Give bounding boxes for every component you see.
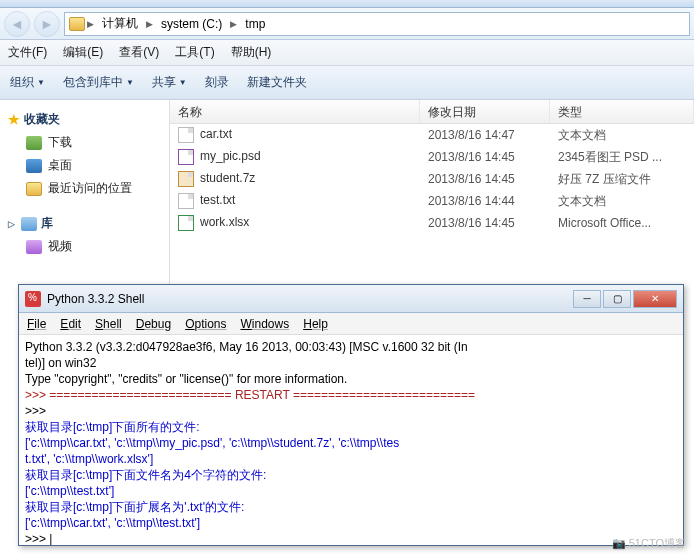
sidebar-item-desktop[interactable]: 桌面 [6, 154, 163, 177]
download-icon [26, 136, 42, 150]
address-bar: ◄ ► ▶ 计算机 ▶ system (C:) ▶ tmp [0, 8, 694, 40]
tool-share[interactable]: 共享▼ [152, 74, 187, 91]
chevron-right-icon: ▶ [230, 19, 237, 29]
console-line: Python 3.3.2 (v3.3.2:d047928ae3f6, May 1… [25, 339, 677, 355]
file-row[interactable]: car.txt2013/8/16 14:47文本文档 [170, 124, 694, 146]
file-row[interactable]: student.7z2013/8/16 14:45好压 7Z 压缩文件 [170, 168, 694, 190]
console-line: Type "copyright", "credits" or "license(… [25, 371, 677, 387]
tool-organize[interactable]: 组织▼ [10, 74, 45, 91]
console-line: ['c:\\tmp\\test.txt'] [25, 483, 677, 499]
file-row[interactable]: test.txt2013/8/16 14:44文本文档 [170, 190, 694, 212]
nav-forward-button[interactable]: ► [34, 11, 60, 37]
col-type[interactable]: 类型 [550, 100, 694, 123]
python-console[interactable]: Python 3.3.2 (v3.3.2:d047928ae3f6, May 1… [19, 335, 683, 545]
sidebar-libraries-header[interactable]: ▷库 [6, 212, 163, 235]
console-line: 获取目录[c:\tmp]下面文件名为4个字符的文件: [25, 467, 677, 483]
recent-icon [26, 182, 42, 196]
tk-icon [25, 291, 41, 307]
desktop-icon [26, 159, 42, 173]
console-prompt: >>> | [25, 531, 677, 545]
explorer-window: ◄ ► ▶ 计算机 ▶ system (C:) ▶ tmp 文件(F) 编辑(E… [0, 0, 694, 310]
col-name[interactable]: 名称 [170, 100, 420, 123]
pymenu-edit[interactable]: Edit [60, 317, 81, 331]
file-row[interactable]: my_pic.psd2013/8/16 14:452345看图王 PSD ... [170, 146, 694, 168]
sidebar-item-videos[interactable]: 视频 [6, 235, 163, 258]
menu-view[interactable]: 查看(V) [119, 44, 159, 61]
maximize-button[interactable]: ▢ [603, 290, 631, 308]
sidebar-item-recent[interactable]: 最近访问的位置 [6, 177, 163, 200]
console-line: 获取目录[c:\tmp]下面扩展名为'.txt'的文件: [25, 499, 677, 515]
python-titlebar[interactable]: Python 3.3.2 Shell ─ ▢ ✕ [19, 285, 683, 313]
chevron-down-icon: ▼ [179, 78, 187, 87]
console-line: 获取目录[c:\tmp]下面所有的文件: [25, 419, 677, 435]
chevron-down-icon: ▼ [37, 78, 45, 87]
chevron-right-icon: ▶ [87, 19, 94, 29]
console-line: ['c:\\tmp\\car.txt', 'c:\\tmp\\test.txt'… [25, 515, 677, 531]
library-icon [21, 217, 37, 231]
crumb-drive[interactable]: system (C:) [155, 15, 228, 33]
pymenu-debug[interactable]: Debug [136, 317, 171, 331]
menu-edit[interactable]: 编辑(E) [63, 44, 103, 61]
titlebar [0, 0, 694, 8]
menu-file[interactable]: 文件(F) [8, 44, 47, 61]
chevron-right-icon: ▶ [146, 19, 153, 29]
watermark: 51CTO博客 [612, 536, 686, 551]
file-row[interactable]: work.xlsx2013/8/16 14:45Microsoft Office… [170, 212, 694, 234]
console-prompt: >>> [25, 403, 677, 419]
file-list: 名称 修改日期 类型 car.txt2013/8/16 14:47文本文档my_… [170, 100, 694, 310]
pymenu-file[interactable]: File [27, 317, 46, 331]
pymenu-windows[interactable]: Windows [241, 317, 290, 331]
crumb-folder[interactable]: tmp [239, 15, 271, 33]
content-area: ★收藏夹 下载 桌面 最近访问的位置 ▷库 视频 名称 修改日期 类型 car.… [0, 100, 694, 310]
crumb-computer[interactable]: 计算机 [96, 13, 144, 34]
file-icon [178, 171, 194, 187]
sidebar: ★收藏夹 下载 桌面 最近访问的位置 ▷库 视频 [0, 100, 170, 310]
python-shell-window: Python 3.3.2 Shell ─ ▢ ✕ File Edit Shell… [18, 284, 684, 546]
pymenu-shell[interactable]: Shell [95, 317, 122, 331]
menubar: 文件(F) 编辑(E) 查看(V) 工具(T) 帮助(H) [0, 40, 694, 66]
col-date[interactable]: 修改日期 [420, 100, 550, 123]
file-icon [178, 149, 194, 165]
breadcrumb[interactable]: ▶ 计算机 ▶ system (C:) ▶ tmp [64, 12, 690, 36]
menu-tools[interactable]: 工具(T) [175, 44, 214, 61]
nav-back-button[interactable]: ◄ [4, 11, 30, 37]
file-icon [178, 127, 194, 143]
console-line: ['c:\\tmp\\car.txt', 'c:\\tmp\\my_pic.ps… [25, 435, 677, 451]
file-icon [178, 193, 194, 209]
video-icon [26, 240, 42, 254]
triangle-right-icon: ▷ [8, 219, 15, 229]
chevron-down-icon: ▼ [126, 78, 134, 87]
minimize-button[interactable]: ─ [573, 290, 601, 308]
console-line: tel)] on win32 [25, 355, 677, 371]
tool-newfolder[interactable]: 新建文件夹 [247, 74, 307, 91]
file-icon [178, 215, 194, 231]
python-menubar: File Edit Shell Debug Options Windows He… [19, 313, 683, 335]
sidebar-item-downloads[interactable]: 下载 [6, 131, 163, 154]
tool-includelib[interactable]: 包含到库中▼ [63, 74, 134, 91]
console-line: t.txt', 'c:\\tmp\\work.xlsx'] [25, 451, 677, 467]
star-icon: ★ [8, 112, 20, 127]
toolbar: 组织▼ 包含到库中▼ 共享▼ 刻录 新建文件夹 [0, 66, 694, 100]
console-line: >>> ========================== RESTART =… [25, 387, 677, 403]
close-button[interactable]: ✕ [633, 290, 677, 308]
sidebar-favorites-header[interactable]: ★收藏夹 [6, 108, 163, 131]
python-title: Python 3.3.2 Shell [47, 292, 573, 306]
column-headers: 名称 修改日期 类型 [170, 100, 694, 124]
folder-icon [69, 17, 85, 31]
pymenu-options[interactable]: Options [185, 317, 226, 331]
tool-burn[interactable]: 刻录 [205, 74, 229, 91]
menu-help[interactable]: 帮助(H) [231, 44, 272, 61]
pymenu-help[interactable]: Help [303, 317, 328, 331]
